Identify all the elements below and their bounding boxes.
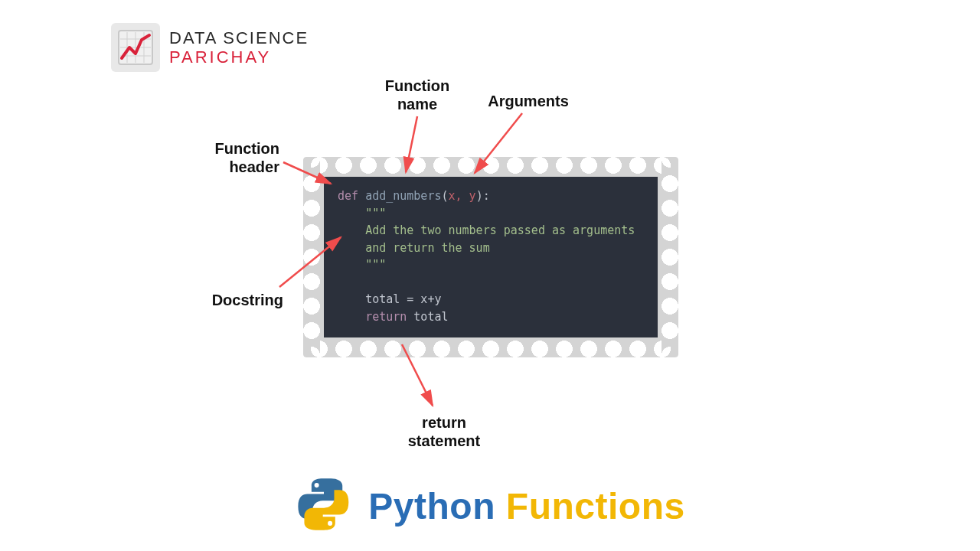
brand-logo: DATA SCIENCE PARICHAY <box>111 23 309 72</box>
logo-text-line1: DATA SCIENCE <box>169 28 309 47</box>
label-function-name: Functionname <box>375 77 459 113</box>
label-return-statement: returnstatement <box>394 413 494 450</box>
page-title: Python Functions <box>295 476 684 536</box>
docstring-line2: and return the sum <box>365 241 490 255</box>
code-stamp-frame: def add_numbers(x, y): """ Add the two n… <box>303 157 678 357</box>
label-docstring: Docstring <box>199 291 283 309</box>
label-arguments: Arguments <box>475 92 582 110</box>
svg-point-12 <box>315 483 319 487</box>
docstring-open: """ <box>365 207 386 220</box>
docstring-line1: Add the two numbers passed as arguments <box>365 223 635 237</box>
return-var: total <box>413 310 448 324</box>
title-word-functions: Functions <box>506 486 685 527</box>
params-token: x, y <box>449 189 476 203</box>
title-word-python: Python <box>368 486 495 527</box>
keyword-return: return <box>365 310 407 324</box>
python-logo-icon <box>295 476 351 536</box>
assign-line: total = x+y <box>365 292 441 306</box>
svg-point-13 <box>328 521 332 526</box>
code-block: def add_numbers(x, y): """ Add the two n… <box>324 177 658 337</box>
label-function-header: Functionheader <box>195 139 279 176</box>
function-name-token: add_numbers <box>365 189 441 203</box>
docstring-close: """ <box>365 258 386 272</box>
chart-icon <box>111 23 160 72</box>
logo-text-line2: PARICHAY <box>169 47 309 67</box>
keyword-def: def <box>338 189 358 203</box>
